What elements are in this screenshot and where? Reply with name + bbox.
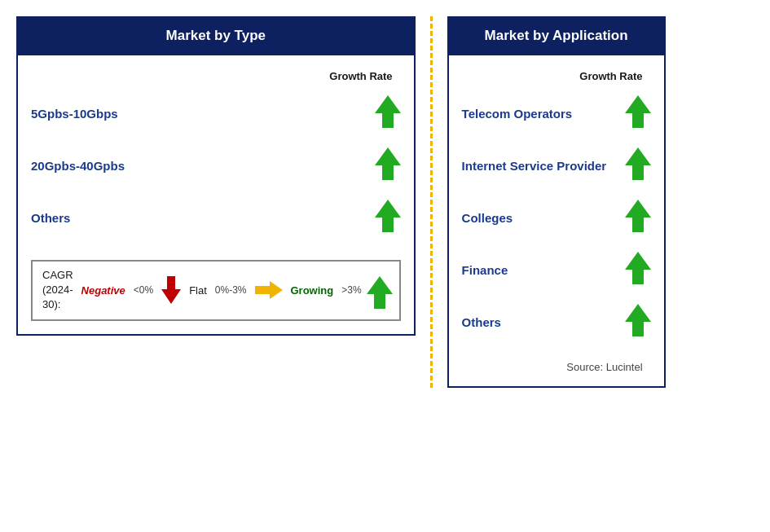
green-up-arrow-r5: [625, 304, 651, 340]
legend-flat-label: Flat: [189, 284, 207, 297]
right-row-1: Telecom Operators: [462, 87, 651, 139]
source-text: Source: Lucintel: [462, 361, 651, 373]
red-down-arrow: [161, 276, 181, 304]
right-label-4: Finance: [462, 263, 508, 277]
legend-growing-item: Growing: [291, 284, 334, 297]
right-panel-body: Growth Rate Telecom Operators Internet S…: [447, 55, 666, 388]
yellow-right-arrow: [255, 281, 283, 299]
right-growth-rate-label: Growth Rate: [462, 64, 651, 87]
left-panel-title: Market by Type: [166, 28, 266, 43]
right-row-2: Internet Service Provider: [462, 139, 651, 191]
legend-negative-range: <0%: [134, 284, 153, 296]
divider: [430, 16, 433, 388]
green-up-arrow-r1: [625, 95, 651, 131]
green-up-arrow-r2: [625, 147, 651, 183]
legend-growing-label: Growing: [291, 284, 334, 297]
panels-wrapper: Market by Type Growth Rate 5Gpbs-10Gbps …: [16, 16, 666, 388]
left-label-1: 5Gpbs-10Gbps: [31, 107, 118, 121]
right-label-2: Internet Service Provider: [462, 159, 607, 173]
right-panel-title: Market by Application: [485, 28, 628, 43]
green-up-arrow-legend: [370, 276, 389, 304]
right-row-3: Colleges: [462, 191, 651, 244]
legend-negative-item: Negative: [81, 284, 125, 297]
legend-red-arrow-item: [161, 276, 181, 304]
left-row-1: 5Gpbs-10Gbps: [31, 87, 401, 139]
legend-yellow-arrow-item: [255, 281, 283, 299]
left-label-2: 20Gpbs-40Gpbs: [31, 159, 125, 173]
legend-flat-range: 0%-3%: [215, 284, 247, 296]
green-up-arrow-r3: [625, 200, 651, 235]
legend-cagr-label: CAGR(2024-30):: [42, 268, 73, 313]
legend-flat-range-item: 0%-3%: [215, 284, 247, 296]
left-panel-header: Market by Type: [16, 16, 416, 55]
right-panel: Market by Application Growth Rate Teleco…: [447, 16, 666, 388]
green-up-arrow-2: [375, 147, 401, 183]
legend-negative-label: Negative: [81, 284, 125, 297]
right-label-5: Others: [462, 315, 501, 329]
left-label-3: Others: [31, 211, 70, 225]
legend-box: CAGR(2024-30): Negative <0% Flat 0%-3%: [31, 260, 401, 321]
right-label-1: Telecom Operators: [462, 107, 573, 121]
left-growth-rate-label: Growth Rate: [31, 64, 401, 87]
right-row-5: Others: [462, 296, 651, 348]
legend-growing-range-item: >3%: [341, 284, 361, 296]
legend-green-arrow-legend-item: [370, 276, 389, 304]
green-up-arrow-3: [375, 200, 401, 235]
left-panel: Market by Type Growth Rate 5Gpbs-10Gbps …: [16, 16, 416, 336]
main-container: Market by Type Growth Rate 5Gpbs-10Gbps …: [16, 16, 754, 388]
legend-flat-item: Flat: [189, 284, 207, 297]
right-row-4: Finance: [462, 244, 651, 296]
legend-negative-range-item: <0%: [134, 284, 153, 296]
left-row-2: 20Gpbs-40Gpbs: [31, 139, 401, 191]
right-label-3: Colleges: [462, 211, 513, 225]
green-up-arrow-r4: [625, 252, 651, 288]
left-panel-body: Growth Rate 5Gpbs-10Gbps 20Gpbs-40Gpbs O…: [16, 55, 416, 336]
right-panel-header: Market by Application: [447, 16, 666, 55]
legend-growing-range: >3%: [341, 284, 361, 296]
left-row-3: Others: [31, 191, 401, 244]
green-up-arrow-1: [375, 95, 401, 131]
